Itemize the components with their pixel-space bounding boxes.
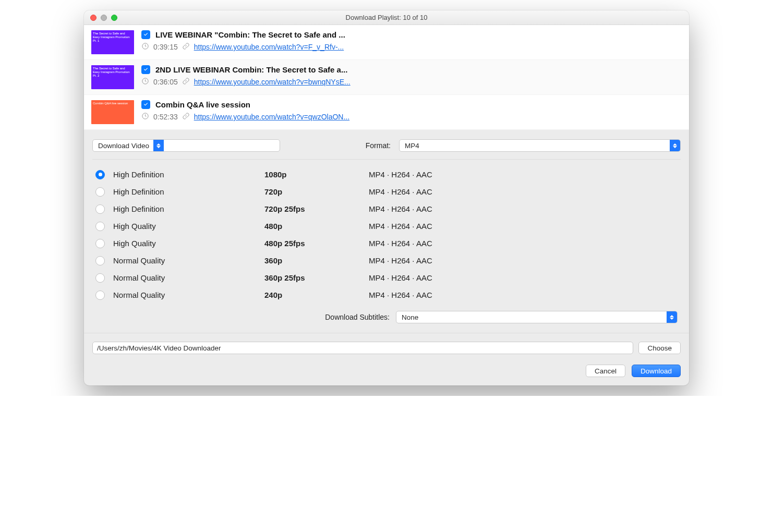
quality-codec: MP4 · H264 · AAC [369,291,678,299]
link-icon [182,77,190,87]
quality-option[interactable]: Normal Quality360pMP4 · H264 · AAC [95,252,678,269]
quality-resolution: 240p [264,291,369,299]
video-url-link[interactable]: https://www.youtube.com/watch?v=qwzOlaON… [194,113,349,121]
clock-icon [141,42,149,52]
quality-option[interactable]: Normal Quality240pMP4 · H264 · AAC [95,286,678,304]
quality-option[interactable]: High Definition1080pMP4 · H264 · AAC [95,166,678,183]
window-title: Download Playlist: 10 of 10 [84,14,689,21]
quality-radio[interactable] [95,170,105,179]
download-button[interactable]: Download [632,365,681,377]
quality-radio[interactable] [95,273,105,283]
quality-codec: MP4 · H264 · AAC [369,239,678,248]
save-path-input[interactable]: /Users/zh/Movies/4K Video Downloader [92,342,633,354]
save-path-value: /Users/zh/Movies/4K Video Downloader [97,344,221,352]
save-path-section: /Users/zh/Movies/4K Video Downloader Cho… [84,333,689,354]
updown-arrows-icon [153,140,164,151]
quality-radio[interactable] [95,204,105,214]
quality-resolution: 480p 25fps [264,239,369,248]
video-row[interactable]: The Secret to Safe and Easy Instagram Pr… [84,60,689,95]
quality-resolution: 480p [264,222,369,231]
quality-resolution: 1080p [264,170,369,179]
video-row[interactable]: Combin Q&A live sessionCombin Q&A live s… [84,95,689,130]
video-duration: 0:39:15 [153,43,178,51]
quality-label: Normal Quality [113,291,264,299]
subtitles-select-value: None [402,313,667,321]
quality-option[interactable]: High Definition720pMP4 · H264 · AAC [95,183,678,200]
quality-label: High Definition [113,204,264,213]
cancel-button[interactable]: Cancel [586,365,625,377]
quality-option[interactable]: High Quality480pMP4 · H264 · AAC [95,217,678,235]
playlist-list: The Secret to Safe and Easy Instagram Pr… [84,25,689,130]
video-title: 2ND LIVE WEBINAR Combin: The Secret to S… [155,65,347,74]
subtitles-select[interactable]: None [396,311,678,323]
clock-icon [141,77,149,87]
mode-select-value: Download Video [98,142,153,150]
quality-label: High Definition [113,170,264,179]
quality-label: High Quality [113,222,264,231]
quality-radio[interactable] [95,256,105,265]
quality-option[interactable]: High Quality480p 25fpsMP4 · H264 · AAC [95,235,678,252]
quality-resolution: 720p [264,187,369,196]
quality-options: High Definition1080pMP4 · H264 · AACHigh… [92,160,681,306]
link-icon [182,42,190,52]
titlebar: Download Playlist: 10 of 10 [84,10,689,25]
updown-arrows-icon [667,311,677,323]
dialog-footer: Cancel Download [84,354,689,385]
video-thumbnail: The Secret to Safe and Easy Instagram Pr… [91,65,134,89]
quality-resolution: 720p 25fps [264,204,369,213]
video-duration: 0:52:33 [153,113,178,121]
format-select-value: MP4 [405,142,670,150]
quality-label: High Definition [113,187,264,196]
video-row[interactable]: The Secret to Safe and Easy Instagram Pr… [84,25,689,60]
quality-radio[interactable] [95,291,105,300]
quality-label: Normal Quality [113,256,264,265]
quality-resolution: 360p 25fps [264,273,369,282]
video-title: LIVE WEBINAR "Combin: The Secret to Safe… [155,30,345,39]
subtitles-label: Download Subtitles: [325,313,390,321]
clock-icon [141,112,149,122]
quality-codec: MP4 · H264 · AAC [369,170,678,179]
dialog-window: Download Playlist: 10 of 10 The Secret t… [84,10,689,385]
updown-arrows-icon [670,140,680,151]
choose-path-button[interactable]: Choose [638,342,681,354]
video-checkbox[interactable] [141,100,150,109]
quality-label: High Quality [113,239,264,248]
quality-codec: MP4 · H264 · AAC [369,204,678,213]
video-thumbnail: Combin Q&A live session [91,100,134,124]
video-checkbox[interactable] [141,30,150,39]
format-label: Format: [366,141,391,150]
quality-radio[interactable] [95,239,105,248]
quality-codec: MP4 · H264 · AAC [369,222,678,231]
quality-option[interactable]: Normal Quality360p 25fpsMP4 · H264 · AAC [95,269,678,286]
link-icon [182,112,190,122]
video-title: Combin Q&A live session [155,100,250,109]
quality-option[interactable]: High Definition720p 25fpsMP4 · H264 · AA… [95,200,678,217]
video-checkbox[interactable] [141,65,150,74]
quality-codec: MP4 · H264 · AAC [369,273,678,282]
quality-codec: MP4 · H264 · AAC [369,187,678,196]
video-thumbnail: The Secret to Safe and Easy Instagram Pr… [91,30,134,54]
options-panel: Download Video Format: MP4 High Definiti… [84,130,689,333]
mode-select[interactable]: Download Video [92,139,280,152]
video-url-link[interactable]: https://www.youtube.com/watch?v=bwnqNYsE… [194,78,351,86]
quality-codec: MP4 · H264 · AAC [369,256,678,265]
quality-radio[interactable] [95,222,105,231]
video-url-link[interactable]: https://www.youtube.com/watch?v=F_v_Rfv-… [194,43,344,51]
quality-resolution: 360p [264,256,369,265]
quality-label: Normal Quality [113,273,264,282]
video-duration: 0:36:05 [153,78,178,86]
format-select[interactable]: MP4 [399,139,681,152]
quality-radio[interactable] [95,187,105,197]
